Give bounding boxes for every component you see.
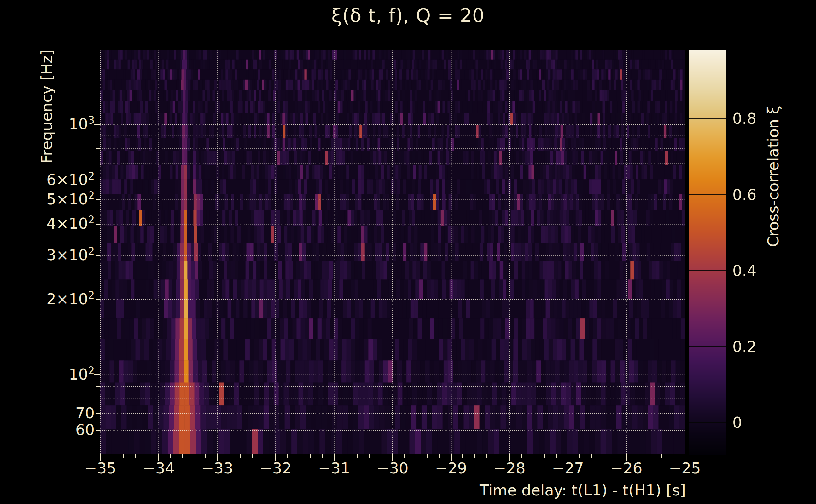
y-tick-label: 2×102: [0, 290, 95, 307]
y-tick: [96, 413, 100, 414]
x-tick-label: −28: [493, 459, 525, 477]
colorbar-tick-label: 0.2: [733, 338, 756, 355]
x-tick-label: −26: [610, 459, 642, 477]
colorbar-tick: [689, 118, 726, 119]
y-tick: [94, 124, 100, 125]
x-minor-tick: [416, 454, 416, 458]
x-minor-tick: [638, 454, 639, 458]
y-axis-title: Frequency [Hz]: [38, 49, 55, 163]
x-minor-tick: [322, 454, 323, 458]
x-minor-tick: [252, 454, 253, 458]
x-minor-tick: [205, 454, 206, 458]
figure: ξ(δ t, f), Q = 20 Frequency [Hz] −35−34−…: [0, 0, 816, 504]
x-minor-tick: [240, 454, 241, 458]
x-minor-tick: [170, 454, 170, 458]
colorbar-title: Cross-correlation ξ: [764, 106, 782, 247]
x-minor-tick: [346, 454, 346, 458]
colorbar-tick-label: 0.6: [733, 186, 756, 203]
x-minor-tick: [357, 454, 358, 458]
y-tick: [96, 299, 100, 300]
x-minor-tick: [182, 454, 182, 458]
y-minor-tick: [96, 399, 100, 399]
x-minor-tick: [497, 454, 498, 458]
x-minor-tick: [229, 454, 229, 458]
x-minor-tick: [310, 454, 311, 458]
x-minor-tick: [673, 454, 674, 458]
chart-title: ξ(δ t, f), Q = 20: [0, 4, 816, 26]
x-tick-label: −25: [669, 459, 701, 477]
x-minor-tick: [135, 454, 135, 458]
y-tick: [96, 430, 100, 431]
colorbar-tick: [689, 346, 726, 347]
x-minor-tick: [112, 454, 112, 458]
x-minor-tick: [146, 454, 147, 458]
x-minor-tick: [661, 454, 662, 458]
x-minor-tick: [474, 454, 475, 458]
colorbar-gradient: [689, 50, 726, 455]
colorbar-tick: [689, 422, 726, 423]
y-minor-tick: [96, 136, 100, 136]
y-tick: [96, 180, 100, 180]
x-minor-tick: [123, 454, 124, 458]
x-minor-tick: [544, 454, 545, 458]
x-tick-label: −29: [435, 459, 467, 477]
x-minor-tick: [369, 454, 370, 458]
y-tick: [94, 374, 100, 375]
x-minor-tick: [404, 454, 405, 458]
x-minor-tick: [602, 454, 603, 458]
x-minor-tick: [486, 454, 486, 458]
y-minor-tick: [96, 386, 100, 387]
y-tick-label: 4×102: [0, 215, 95, 232]
x-tick-label: −34: [143, 459, 175, 477]
x-minor-tick: [532, 454, 533, 458]
x-tick-label: −35: [84, 459, 116, 477]
x-tick-label: −31: [318, 459, 350, 477]
x-tick-label: −32: [260, 459, 292, 477]
x-minor-tick: [439, 454, 440, 458]
x-minor-tick: [462, 454, 463, 458]
y-tick-label: 3×102: [0, 246, 95, 263]
x-tick-label: −27: [552, 459, 584, 477]
x-minor-tick: [521, 454, 521, 458]
spectrogram-heatmap: [100, 50, 685, 454]
colorbar-tick: [689, 194, 726, 195]
colorbar-tick-label: 0.4: [733, 262, 756, 279]
y-tick: [96, 224, 100, 225]
x-minor-tick: [591, 454, 591, 458]
x-minor-tick: [193, 454, 194, 458]
y-tick-label: 5×102: [0, 190, 95, 208]
y-tick-label: 60: [0, 421, 95, 438]
y-tick-label: 103: [0, 115, 95, 133]
x-minor-tick: [650, 454, 650, 458]
y-minor-tick: [96, 163, 100, 163]
colorbar-tick: [689, 270, 726, 271]
x-minor-tick: [299, 454, 299, 458]
y-tick: [96, 255, 100, 256]
x-tick-label: −33: [201, 459, 233, 477]
x-minor-tick: [287, 454, 288, 458]
x-minor-tick: [579, 454, 580, 458]
y-tick-label: 102: [0, 365, 95, 383]
x-minor-tick: [615, 454, 615, 458]
y-tick-label: 70: [0, 404, 95, 421]
x-minor-tick: [264, 454, 264, 458]
x-minor-tick: [556, 454, 556, 458]
x-minor-tick: [381, 454, 381, 458]
colorbar-tick-label: 0.8: [733, 110, 756, 127]
colorbar-tick-label: 0: [733, 414, 742, 431]
y-minor-tick: [96, 450, 100, 450]
y-axis-line: [100, 50, 100, 454]
y-tick: [96, 199, 100, 200]
x-minor-tick: [427, 454, 428, 458]
y-tick-label: 6×102: [0, 170, 95, 188]
y-minor-tick: [96, 148, 100, 149]
x-tick-label: −30: [376, 459, 408, 477]
x-axis-title: Time delay: t(L1) - t(H1) [s]: [369, 481, 686, 499]
